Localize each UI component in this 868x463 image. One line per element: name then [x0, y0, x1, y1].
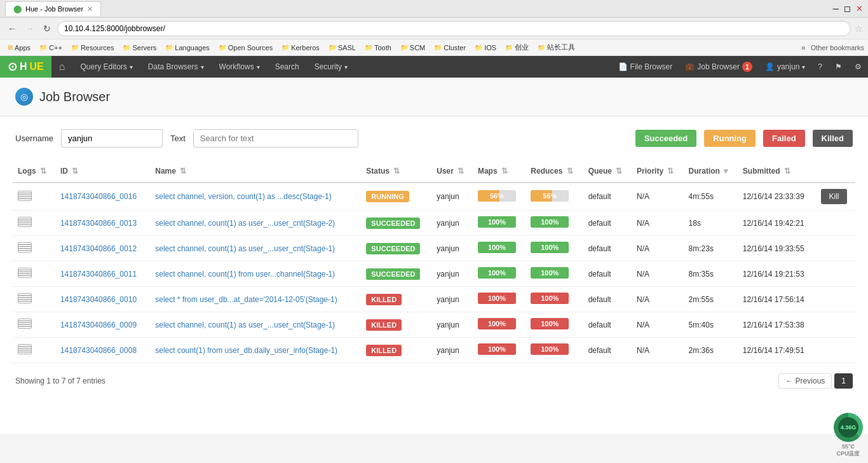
col-submitted[interactable]: Submitted ⇅: [738, 160, 817, 183]
row-name-cell: select count(1) from user_db.daily_user_…: [150, 338, 361, 363]
bookmark-sasl[interactable]: 📁 SASL: [325, 43, 360, 53]
other-bookmarks-label[interactable]: Other bookmarks: [811, 44, 864, 52]
restore-icon[interactable]: ◻: [844, 4, 851, 13]
job-id-link[interactable]: 1418743040866_0009: [60, 321, 137, 329]
job-id-link[interactable]: 1418743040866_0010: [60, 295, 137, 304]
job-queue: default: [588, 270, 611, 279]
job-name-link[interactable]: select channel, count(1) as user_...user…: [155, 244, 335, 253]
row-name-cell: select channel, count(1) as user_...user…: [150, 236, 361, 261]
col-maps[interactable]: Maps ⇅: [473, 160, 526, 183]
logs-icon[interactable]: [18, 293, 32, 303]
job-id-link[interactable]: 1418743040866_0011: [60, 270, 137, 279]
col-name[interactable]: Name ⇅: [150, 160, 361, 183]
logs-icon[interactable]: [18, 319, 32, 329]
browser-tab[interactable]: ⬤ Hue - Job Browser ✕: [5, 1, 101, 16]
duration-col-label: Duration: [689, 167, 720, 176]
nav-flag-button[interactable]: ⚑: [829, 56, 848, 78]
job-name-link[interactable]: select channel, count(1) from user...cha…: [155, 270, 335, 279]
row-logs-cell: [13, 287, 55, 312]
minimize-icon[interactable]: ─: [833, 4, 839, 13]
job-id-link[interactable]: 1418743040866_0012: [60, 244, 137, 253]
nav-data-browsers[interactable]: Data Browsers ▾: [140, 56, 212, 78]
page-1-button[interactable]: 1: [834, 373, 853, 389]
job-id-link[interactable]: 1418743040866_0013: [60, 219, 137, 228]
nav-workflows[interactable]: Workflows ▾: [212, 56, 268, 78]
tab-close-icon[interactable]: ✕: [87, 5, 93, 13]
hue-logo[interactable]: ⊙ HUE: [0, 56, 51, 78]
row-action-cell: [816, 338, 855, 363]
job-name-link[interactable]: select count(1) from user_db.daily_user_…: [155, 346, 337, 355]
page-content: ◎ Job Browser Username Text Succeeded Ru…: [0, 78, 868, 434]
logs-icon[interactable]: [18, 242, 32, 252]
nav-home-button[interactable]: ⌂: [51, 56, 73, 78]
col-id[interactable]: ID ⇅: [55, 160, 150, 183]
maps-progress: 100%: [478, 343, 516, 355]
job-name-link[interactable]: select channel, version, count(1) as ...…: [155, 192, 331, 201]
col-duration[interactable]: Duration ▾: [684, 160, 738, 183]
row-status-cell: SUCCEEDED: [361, 261, 431, 287]
prev-page-button[interactable]: ← Previous: [778, 373, 832, 389]
close-window-icon[interactable]: ✕: [856, 4, 863, 13]
nav-help-button[interactable]: ?: [811, 56, 829, 78]
bookmark-resources[interactable]: 📁 Resources: [67, 43, 118, 53]
job-name-link[interactable]: select channel, count(1) as user_...user…: [155, 219, 335, 228]
job-id-link[interactable]: 1418743040866_0008: [60, 346, 137, 355]
text-filter-input[interactable]: [193, 129, 358, 148]
col-status[interactable]: Status ⇅: [361, 160, 431, 183]
forward-button[interactable]: →: [23, 22, 37, 35]
nav-job-browser[interactable]: 💼 Job Browser 1: [679, 56, 759, 78]
col-user[interactable]: User ⇅: [431, 160, 473, 183]
bookmark-apps[interactable]: ⊞ Apps: [4, 43, 34, 53]
bookmark-star-icon[interactable]: ☆: [855, 24, 863, 34]
job-name-link[interactable]: select * from user_db...at_date='2014-12…: [155, 295, 337, 304]
job-queue: default: [588, 321, 611, 329]
col-actions: [816, 160, 855, 183]
bookmark-cluster[interactable]: 📁 Cluster: [430, 43, 470, 53]
bookmark-servers[interactable]: 📁 Servers: [119, 43, 160, 53]
bookmark-chuangye[interactable]: 📁 创业: [501, 41, 532, 53]
killed-filter-button[interactable]: Killed: [813, 130, 853, 147]
bookmark-ios[interactable]: 📁 IOS: [471, 43, 500, 53]
col-logs[interactable]: Logs ⇅: [13, 160, 55, 183]
back-button[interactable]: ←: [5, 22, 19, 35]
bookmark-cpp[interactable]: 📁 C++: [36, 43, 66, 53]
logs-icon[interactable]: [18, 268, 32, 278]
logs-icon[interactable]: [18, 344, 32, 354]
nav-query-editors[interactable]: Query Editors ▾: [72, 56, 140, 78]
logs-icon[interactable]: [18, 191, 32, 201]
bookmark-kerberos[interactable]: 📁 Kerberos: [278, 43, 323, 53]
bookmark-languages[interactable]: 📁 Languages: [161, 43, 213, 53]
succeeded-filter-button[interactable]: Succeeded: [635, 130, 697, 147]
bookmark-scm[interactable]: 📁 SCM: [397, 43, 429, 53]
webmaster-bookmark-icon: 📁: [538, 44, 545, 51]
col-priority[interactable]: Priority ⇅: [632, 160, 684, 183]
job-id-link[interactable]: 1418743040866_0016: [60, 192, 137, 201]
submitted-col-label: Submitted: [743, 167, 780, 176]
job-name-link[interactable]: select channel, count(1) as user_...user…: [155, 321, 335, 329]
row-submitted-cell: 12/16/14 19:33:55: [738, 236, 817, 261]
row-action-cell: Kill: [816, 183, 855, 211]
bookmark-open-sources[interactable]: 📁 Open Sources: [215, 43, 276, 53]
bookmarks-more-button[interactable]: »: [801, 43, 806, 52]
col-reduces[interactable]: Reduces ⇅: [526, 160, 583, 183]
bookmark-tooth[interactable]: 📁 Tooth: [361, 43, 395, 53]
username-filter-input[interactable]: [61, 129, 163, 148]
nav-search[interactable]: Search: [268, 56, 307, 78]
username-label: yanjun: [777, 62, 799, 71]
failed-filter-button[interactable]: Failed: [763, 130, 805, 147]
servers-bookmark-icon: 📁: [123, 44, 130, 51]
bookmark-webmaster[interactable]: 📁 站长工具: [534, 41, 579, 53]
filter-bar: Username Text Succeeded Running Failed K…: [0, 116, 868, 160]
nav-file-browser[interactable]: 📄 File Browser: [612, 56, 679, 78]
nav-user-menu[interactable]: 👤 yanjun ▾: [759, 56, 811, 78]
nav-security[interactable]: Security ▾: [307, 56, 355, 78]
address-bar[interactable]: [57, 21, 851, 36]
logs-icon[interactable]: [18, 217, 32, 227]
nav-settings-button[interactable]: ⚙: [848, 56, 868, 78]
col-queue[interactable]: Queue ⇅: [583, 160, 632, 183]
job-submitted: 12/16/14 19:21:53: [743, 270, 804, 279]
row-logs-cell: [13, 338, 55, 363]
kill-button[interactable]: Kill: [821, 189, 846, 204]
running-filter-button[interactable]: Running: [704, 130, 756, 147]
reload-button[interactable]: ↻: [41, 22, 53, 35]
